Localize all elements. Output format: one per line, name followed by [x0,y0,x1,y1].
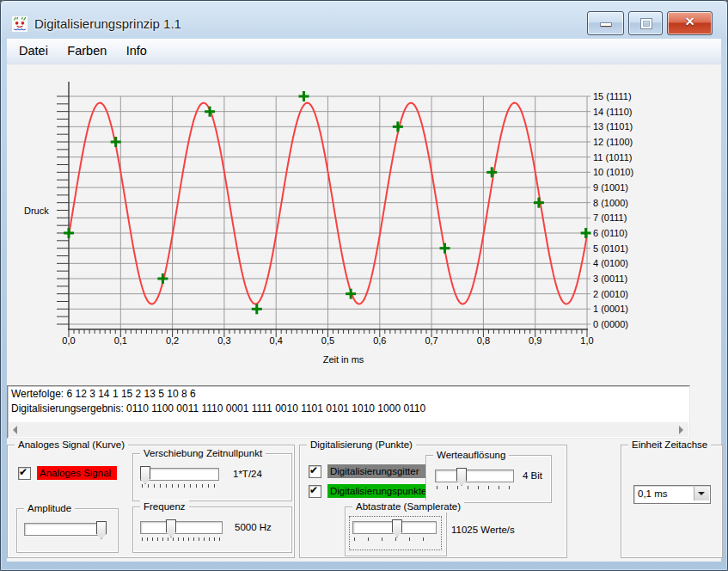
group-shift: Verschiebung Zeitnullpunkt 1*T/24 [132,453,292,501]
group-amplitude: Amplitude [16,508,119,553]
maximize-button[interactable] [628,11,663,35]
y-tick-label: 15 (1111) [593,91,632,101]
slider-ticks [354,537,437,541]
x-tick-label: 0,9 [529,335,541,346]
samplerate-slider[interactable] [352,519,437,540]
slider-ticks [142,484,219,488]
combo-dropdown-button[interactable] [694,487,709,500]
slider-channel [140,521,223,534]
analog-signal-checkbox[interactable]: ✔ [18,467,31,480]
slider-channel [435,470,514,482]
grid-checkbox-label: Digitalisierungsgitter [327,464,436,478]
y-tick-label: 4 (0100) [593,258,628,268]
points-checkbox[interactable]: ✔ [309,485,321,498]
menu-item-info[interactable]: Info [119,39,155,58]
y-tick-label: 11 (1011) [593,152,632,163]
group-digitalisierung-title: Digitalisierung (Punkte) [307,439,416,451]
minimize-icon [601,23,611,26]
wertefolge-line: Wertefolge: 6 12 3 14 1 15 2 13 5 10 8 6 [8,386,689,401]
x-tick-label: 0,3 [217,335,230,346]
group-resolution-title: Werteauflösung [433,449,509,461]
ergebnis-value: 0110 1100 0011 1110 0001 1111 0010 1101 … [126,402,425,414]
menu-item-datei[interactable]: Datei [11,39,56,58]
grid-checkbox[interactable]: ✔ [309,465,321,478]
horizontal-scrollbar[interactable] [9,422,688,437]
x-tick-label: 0,2 [166,335,179,346]
x-tick-label: 0,6 [373,335,386,346]
close-button[interactable]: ✕ [667,11,713,35]
resolution-slider[interactable] [435,468,514,488]
group-einheit-title: Einheit Zeitachse [628,439,711,451]
chart: 0,00,10,20,30,40,50,60,70,80,91,015 (111… [7,67,721,384]
shift-slider[interactable] [140,466,219,487]
app-icon [12,16,28,32]
x-tick-label: 0,4 [270,335,283,346]
group-resolution: Werteauflösung 4 Bit [425,455,552,503]
amplitude-slider[interactable] [24,521,105,542]
resolution-value: 4 Bit [523,470,542,481]
slider-thumb[interactable] [96,521,107,539]
window-title: Digitalisierungsprinzip 1.1 [34,16,181,31]
frequency-value: 5000 Hz [235,522,272,532]
arrow-right-icon [679,426,683,434]
close-icon: ✕ [668,15,712,28]
slider-thumb[interactable] [166,519,176,537]
y-tick-label: 12 (1100) [593,137,633,147]
checkmark-icon: ✔ [309,484,318,496]
arrow-left-icon [13,426,17,434]
menubar: Datei Farben Info [7,39,721,65]
slider-thumb[interactable] [140,466,150,484]
y-tick-label: 3 (0011) [593,273,627,284]
chevron-down-icon [698,492,705,495]
samplerate-value: 11025 Werte/s [451,525,515,535]
group-analog-signal-title: Analoges Signal (Kurve) [15,439,128,451]
client-area: 0,00,10,20,30,40,50,60,70,80,91,015 (111… [7,64,721,562]
y-tick-label: 14 (1110) [593,107,632,117]
x-tick-label: 0,5 [321,335,334,346]
slider-ticks [437,486,514,489]
group-frequency: Frequenz 5000 Hz [132,507,292,553]
y-tick-label: 9 (1001) [593,182,628,193]
x-axis-title: Zeit in ms [323,354,364,365]
shift-value: 1*T/24 [233,469,262,479]
menu-item-farben[interactable]: Farben [59,39,114,58]
time-unit-combobox[interactable]: 0,1 ms [633,485,711,504]
y-tick-label: 13 (1101) [593,121,633,132]
x-tick-label: 0,0 [62,335,75,346]
y-tick-label: 0 (0000) [593,319,628,329]
wertefolge-value: 6 12 3 14 1 15 2 13 5 10 8 6 [67,388,196,400]
time-unit-value: 0,1 ms [638,488,668,499]
minimize-button[interactable] [587,11,624,35]
app-window: Digitalisierungsprinzip 1.1 ✕ Datei Farb… [0,0,728,571]
y-tick-label: 10 (1010) [593,167,633,177]
group-samplerate-title: Abtastrate (Samplerate) [352,500,464,513]
y-tick-label: 5 (0101) [593,243,628,254]
group-amplitude-title: Amplitude [24,502,75,514]
group-einheit-zeitachse: Einheit Zeitachse 0,1 ms [621,445,723,558]
x-tick-label: 0,1 [114,335,127,346]
ergebnis-label: Digitalisierungsergebnis: [11,402,124,414]
maximize-icon [641,19,652,28]
analog-signal-label: Analoges Signal [37,466,117,480]
ergebnis-line: Digitalisierungsergebnis: 0110 1100 0011… [8,401,689,415]
scroll-right-button[interactable] [673,422,688,437]
y-axis-title: Druck [24,206,49,216]
y-tick-label: 2 (0010) [593,289,628,299]
y-tick-label: 7 (0111) [593,212,627,223]
slider-ticks [142,537,223,541]
group-samplerate: Abtastrate (Samplerate) [345,507,447,556]
titlebar[interactable]: Digitalisierungsprinzip 1.1 ✕ [0,0,728,39]
x-tick-label: 0,8 [477,335,490,346]
y-tick-label: 6 (0110) [593,228,627,238]
slider-channel [140,468,219,481]
slider-thumb[interactable] [392,519,402,537]
checkmark-icon: ✔ [309,464,318,476]
scroll-left-button[interactable] [9,422,24,437]
wertefolge-label: Wertefolge: [11,388,64,400]
slider-thumb[interactable] [456,468,467,486]
y-tick-label: 1 (0001) [593,304,628,314]
frequency-slider[interactable] [140,519,223,540]
x-tick-label: 0,7 [425,335,437,346]
group-analog-signal: Analoges Signal (Kurve) ✔ Analoges Signa… [7,445,295,558]
output-panel: Wertefolge: 6 12 3 14 1 15 2 13 5 10 8 6… [7,385,690,439]
